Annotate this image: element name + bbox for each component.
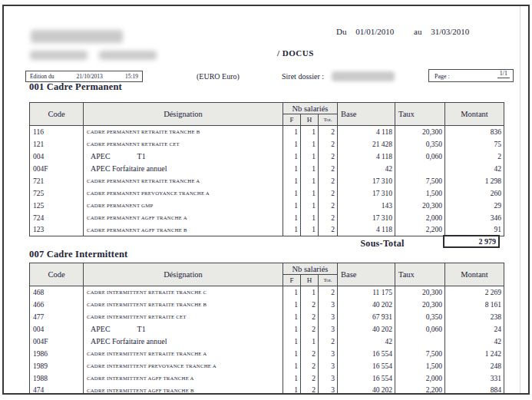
cell-h: 2 xyxy=(301,360,319,372)
cell-taux: 7,500 xyxy=(395,348,445,360)
section-title-cadre-permanent: 001 Cadre Permanent xyxy=(29,81,122,93)
cell-tot: 2 xyxy=(319,175,338,187)
cell-taux: 20,300 xyxy=(395,126,445,138)
table-row: 466 CADRE INTERMITTENT RETRAITE TRANCHE … xyxy=(30,299,504,311)
cell-taux: 1,500 xyxy=(395,187,445,200)
cell-montant: 836 xyxy=(445,126,504,138)
cell-tot: 3 xyxy=(319,385,338,394)
table-row: 004 APEC T1 1 1 2 4 118 0,060 2 xyxy=(30,150,504,163)
edition-date: 21/10/2013 xyxy=(77,73,103,80)
cell-designation: CADRE PERMANENT PREVOYANCE TRANCHE A xyxy=(84,187,283,200)
cell-f: 1 xyxy=(283,360,301,372)
period-line: Du 01/01/2010 au 31/03/2010 xyxy=(336,27,469,36)
cell-taux: 20,300 xyxy=(395,286,445,299)
cell-montant: 42 xyxy=(445,336,504,348)
cell-tot: 3 xyxy=(319,372,338,385)
table-row: 121 CADRE PERMANENT RETRAITE CET 1 1 2 2… xyxy=(30,138,504,150)
cell-taux: 7,500 xyxy=(395,175,445,187)
cell-f: 1 xyxy=(283,163,301,175)
cell-designation: CADRE INTERMITTENT PREVOYANCE TRANCHE A xyxy=(84,360,283,372)
cell-montant: 238 xyxy=(445,311,504,323)
period-to-date: 31/03/2010 xyxy=(431,27,469,36)
page-value: 1/1 xyxy=(497,70,510,78)
col-header-tot: Tot. xyxy=(319,114,338,126)
redacted-siret-value xyxy=(332,71,395,81)
cell-tot: 3 xyxy=(319,311,338,323)
col-header-designation: Désignation xyxy=(84,103,283,126)
cell-f: 1 xyxy=(283,187,301,200)
cell-tot: 2 xyxy=(319,187,338,200)
cell-h: 1 xyxy=(301,175,319,187)
cell-montant: 24 xyxy=(445,323,504,336)
currency-label: (EURO Euro) xyxy=(197,72,240,81)
cell-base: 4 118 xyxy=(338,150,395,163)
cell-f: 1 xyxy=(283,175,301,187)
cell-designation: CADRE INTERMITTENT AGFF TRANCHE A xyxy=(84,372,283,385)
cell-f: 1 xyxy=(283,126,301,138)
cell-taux: 2,000 xyxy=(395,372,445,385)
subtotal-label: Sous-Total xyxy=(321,238,444,250)
edition-box: Edition du 21/10/2013 15:19 xyxy=(25,71,143,82)
cell-code: 004F xyxy=(30,336,84,348)
cell-taux xyxy=(395,336,445,348)
cell-code: 125 xyxy=(30,200,84,212)
cell-f: 1 xyxy=(283,348,301,360)
section-title-cadre-intermittent: 007 Cadre Intermittent xyxy=(29,249,127,260)
cell-montant: 346 xyxy=(445,212,504,224)
period-from-label: Du xyxy=(336,27,346,36)
cell-montant: 331 xyxy=(445,372,504,385)
cell-designation: CADRE PERMANENT AGFF TRANCHE A xyxy=(84,212,283,224)
cell-base: 40 202 xyxy=(338,323,395,336)
cell-code: 1986 xyxy=(30,348,84,360)
cell-montant: 1 298 xyxy=(445,175,504,187)
cell-tot: 2 xyxy=(319,163,338,175)
cell-designation: CADRE INTERMITTENT RETRAITE CET xyxy=(84,311,283,323)
cell-code: 004F xyxy=(30,163,84,175)
cell-base: 4 118 xyxy=(338,126,395,138)
cell-f: 1 xyxy=(283,212,301,224)
table-2-body: 468 CADRE INTERMITTENT RETRAITE TRANCHE … xyxy=(30,286,504,394)
window-frame: Du 01/01/2010 au 31/03/2010 / DOCUS Edit… xyxy=(2,5,530,395)
cell-designation: CADRE INTERMITTENT RETRAITE TRANCHE C xyxy=(84,286,283,299)
cell-h: 1 xyxy=(301,163,319,175)
page-edge-line xyxy=(520,6,520,393)
cell-f: 1 xyxy=(283,311,301,323)
table-row: 004F APEC Forfaitaire annuel 1 1 2 42 42 xyxy=(30,163,504,175)
cell-taux: 0,350 xyxy=(395,138,445,150)
cell-tot: 2 xyxy=(319,212,338,224)
page-number-box: Page : 1/1 xyxy=(428,69,514,82)
report-screen: Du 01/01/2010 au 31/03/2010 / DOCUS Edit… xyxy=(0,0,532,400)
cell-code: 466 xyxy=(30,299,84,311)
cell-designation: APEC T1 xyxy=(84,323,283,336)
col-header-code: Code xyxy=(30,263,84,286)
table-row: 125 CADRE PERMANENT GMP 1 1 2 143 20,300… xyxy=(30,200,504,212)
cell-h: 1 xyxy=(301,200,319,212)
cell-code: 724 xyxy=(30,212,84,224)
cell-tot: 2 xyxy=(319,286,338,299)
table-cadre-permanent: Code Désignation Nb salariés Base Taux M… xyxy=(29,102,504,253)
table-2-header: Code Désignation Nb salariés Base Taux M… xyxy=(30,263,504,286)
cell-designation: APEC Forfaitaire annuel xyxy=(84,163,283,175)
document-title: / DOCUS xyxy=(277,48,314,58)
cell-h: 1 xyxy=(301,150,319,163)
contributions-table-2: Code Désignation Nb salariés Base Taux M… xyxy=(29,263,504,393)
cell-designation: CADRE INTERMITTENT RETRAITE TRANCHE B xyxy=(84,299,283,311)
col-header-taux: Taux xyxy=(395,263,445,286)
cell-code: 468 xyxy=(30,286,84,299)
cell-designation: APEC T1 xyxy=(84,150,283,163)
cell-tot: 2 xyxy=(319,126,338,138)
cell-code: 123 xyxy=(30,224,84,236)
cell-h: 2 xyxy=(301,299,319,311)
cell-montant: 2 269 xyxy=(445,286,504,299)
cell-tot: 2 xyxy=(319,138,338,150)
table-1-body: 116 CADRE PERMANENT RETRAITE TRANCHE B 1… xyxy=(30,126,504,236)
cell-montant: 29 xyxy=(445,200,504,212)
cell-code: 477 xyxy=(30,311,84,323)
edition-time: 15:19 xyxy=(125,73,138,80)
cell-montant: 8 161 xyxy=(445,299,504,311)
redacted-company-detail-2 xyxy=(99,51,157,60)
report-page: Du 01/01/2010 au 31/03/2010 / DOCUS Edit… xyxy=(4,6,528,393)
table-row: 1988 CADRE INTERMITTENT AGFF TRANCHE A 1… xyxy=(30,372,504,385)
cell-montant: 75 xyxy=(445,138,504,150)
cell-base: 17 310 xyxy=(338,187,395,200)
